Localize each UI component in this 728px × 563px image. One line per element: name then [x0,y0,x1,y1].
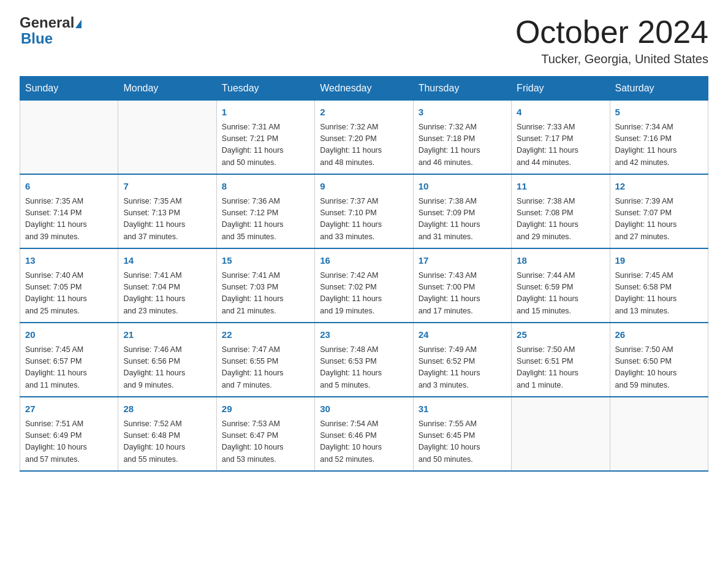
calendar-cell: 3Sunrise: 7:32 AM Sunset: 7:18 PM Daylig… [413,101,511,175]
day-info: Sunrise: 7:44 AM Sunset: 6:59 PM Dayligh… [517,270,604,318]
day-info: Sunrise: 7:46 AM Sunset: 6:56 PM Dayligh… [123,344,211,392]
day-info: Sunrise: 7:41 AM Sunset: 7:03 PM Dayligh… [222,270,309,318]
day-info: Sunrise: 7:53 AM Sunset: 6:47 PM Dayligh… [222,418,309,466]
day-number: 7 [123,180,211,194]
calendar-cell: 30Sunrise: 7:54 AM Sunset: 6:46 PM Dayli… [315,397,413,471]
day-number: 14 [123,254,211,268]
day-info: Sunrise: 7:47 AM Sunset: 6:55 PM Dayligh… [222,344,309,392]
calendar-cell: 19Sunrise: 7:45 AM Sunset: 6:58 PM Dayli… [610,248,708,323]
day-number: 25 [517,328,604,342]
day-number: 17 [419,254,506,268]
location-title: Tucker, Georgia, United States [515,52,708,66]
logo: General Blue [20,15,82,47]
day-info: Sunrise: 7:32 AM Sunset: 7:20 PM Dayligh… [320,121,408,169]
day-number: 2 [320,105,408,120]
weekday-header-thursday: Thursday [413,77,511,101]
calendar-week-2: 6Sunrise: 7:35 AM Sunset: 7:14 PM Daylig… [20,174,708,248]
day-info: Sunrise: 7:41 AM Sunset: 7:04 PM Dayligh… [123,270,211,318]
calendar-cell: 1Sunrise: 7:31 AM Sunset: 7:21 PM Daylig… [216,101,314,175]
day-info: Sunrise: 7:50 AM Sunset: 6:50 PM Dayligh… [615,344,703,392]
day-info: Sunrise: 7:40 AM Sunset: 7:05 PM Dayligh… [25,270,113,318]
calendar-cell: 21Sunrise: 7:46 AM Sunset: 6:56 PM Dayli… [118,323,216,397]
calendar-cell: 24Sunrise: 7:49 AM Sunset: 6:52 PM Dayli… [413,323,511,397]
logo-blue-text: Blue [21,30,53,47]
day-info: Sunrise: 7:55 AM Sunset: 6:45 PM Dayligh… [419,418,506,466]
day-info: Sunrise: 7:35 AM Sunset: 7:13 PM Dayligh… [123,196,211,243]
logo-general-text: General [20,14,74,31]
calendar-cell: 4Sunrise: 7:33 AM Sunset: 7:17 PM Daylig… [512,101,610,175]
calendar-cell: 16Sunrise: 7:42 AM Sunset: 7:02 PM Dayli… [315,248,413,323]
calendar-cell: 13Sunrise: 7:40 AM Sunset: 7:05 PM Dayli… [20,248,118,323]
day-number: 6 [25,180,113,194]
day-info: Sunrise: 7:32 AM Sunset: 7:18 PM Dayligh… [419,121,506,169]
day-info: Sunrise: 7:50 AM Sunset: 6:51 PM Dayligh… [517,344,604,392]
day-number: 23 [320,328,408,342]
day-number: 29 [222,402,309,416]
day-info: Sunrise: 7:39 AM Sunset: 7:07 PM Dayligh… [615,196,703,243]
calendar-cell [512,397,610,471]
calendar-cell [610,397,708,471]
day-number: 16 [320,254,408,268]
day-number: 15 [222,254,309,268]
day-number: 21 [123,328,211,342]
weekday-header-wednesday: Wednesday [315,77,413,101]
calendar-week-1: 1Sunrise: 7:31 AM Sunset: 7:21 PM Daylig… [20,101,708,175]
weekday-header-friday: Friday [512,77,610,101]
day-info: Sunrise: 7:45 AM Sunset: 6:58 PM Dayligh… [615,270,703,318]
calendar-cell: 7Sunrise: 7:35 AM Sunset: 7:13 PM Daylig… [118,174,216,248]
day-number: 9 [320,180,408,194]
calendar-cell: 8Sunrise: 7:36 AM Sunset: 7:12 PM Daylig… [216,174,314,248]
day-info: Sunrise: 7:52 AM Sunset: 6:48 PM Dayligh… [123,418,211,466]
weekday-header-monday: Monday [118,77,216,101]
day-info: Sunrise: 7:33 AM Sunset: 7:17 PM Dayligh… [517,121,604,169]
day-info: Sunrise: 7:51 AM Sunset: 6:49 PM Dayligh… [25,418,113,466]
day-info: Sunrise: 7:35 AM Sunset: 7:14 PM Dayligh… [25,196,113,243]
calendar-table: SundayMondayTuesdayWednesdayThursdayFrid… [20,76,708,472]
calendar-cell: 20Sunrise: 7:45 AM Sunset: 6:57 PM Dayli… [20,323,118,397]
day-number: 28 [123,402,211,416]
calendar-cell [118,101,216,175]
day-number: 20 [25,328,113,342]
day-info: Sunrise: 7:49 AM Sunset: 6:52 PM Dayligh… [419,344,506,392]
calendar-cell: 5Sunrise: 7:34 AM Sunset: 7:16 PM Daylig… [610,101,708,175]
day-info: Sunrise: 7:43 AM Sunset: 7:00 PM Dayligh… [419,270,506,318]
weekday-header-sunday: Sunday [20,77,118,101]
day-info: Sunrise: 7:31 AM Sunset: 7:21 PM Dayligh… [222,121,309,169]
calendar-cell: 14Sunrise: 7:41 AM Sunset: 7:04 PM Dayli… [118,248,216,323]
day-info: Sunrise: 7:37 AM Sunset: 7:10 PM Dayligh… [320,196,408,243]
day-info: Sunrise: 7:36 AM Sunset: 7:12 PM Dayligh… [222,196,309,243]
weekday-header-saturday: Saturday [610,77,708,101]
weekday-header-row: SundayMondayTuesdayWednesdayThursdayFrid… [20,77,708,101]
calendar-week-4: 20Sunrise: 7:45 AM Sunset: 6:57 PM Dayli… [20,323,708,397]
day-number: 1 [222,105,309,120]
day-number: 30 [320,402,408,416]
calendar-cell: 9Sunrise: 7:37 AM Sunset: 7:10 PM Daylig… [315,174,413,248]
day-info: Sunrise: 7:38 AM Sunset: 7:08 PM Dayligh… [517,196,604,243]
day-info: Sunrise: 7:45 AM Sunset: 6:57 PM Dayligh… [25,344,113,392]
calendar-cell: 18Sunrise: 7:44 AM Sunset: 6:59 PM Dayli… [512,248,610,323]
calendar-cell: 12Sunrise: 7:39 AM Sunset: 7:07 PM Dayli… [610,174,708,248]
day-number: 3 [419,105,506,120]
page-header: General Blue October 2024 Tucker, Georgi… [20,15,708,66]
calendar-cell: 22Sunrise: 7:47 AM Sunset: 6:55 PM Dayli… [216,323,314,397]
day-info: Sunrise: 7:42 AM Sunset: 7:02 PM Dayligh… [320,270,408,318]
calendar-cell [20,101,118,175]
day-number: 18 [517,254,604,268]
calendar-cell: 26Sunrise: 7:50 AM Sunset: 6:50 PM Dayli… [610,323,708,397]
calendar-cell: 28Sunrise: 7:52 AM Sunset: 6:48 PM Dayli… [118,397,216,471]
day-info: Sunrise: 7:54 AM Sunset: 6:46 PM Dayligh… [320,418,408,466]
logo-triangle-icon [75,20,82,28]
month-title: October 2024 [515,15,708,50]
calendar-cell: 15Sunrise: 7:41 AM Sunset: 7:03 PM Dayli… [216,248,314,323]
weekday-header-tuesday: Tuesday [216,77,314,101]
calendar-week-5: 27Sunrise: 7:51 AM Sunset: 6:49 PM Dayli… [20,397,708,471]
calendar-week-3: 13Sunrise: 7:40 AM Sunset: 7:05 PM Dayli… [20,248,708,323]
calendar-cell: 10Sunrise: 7:38 AM Sunset: 7:09 PM Dayli… [413,174,511,248]
calendar-cell: 31Sunrise: 7:55 AM Sunset: 6:45 PM Dayli… [413,397,511,471]
calendar-cell: 29Sunrise: 7:53 AM Sunset: 6:47 PM Dayli… [216,397,314,471]
day-number: 26 [615,328,703,342]
day-number: 10 [419,180,506,194]
day-number: 12 [615,180,703,194]
calendar-cell: 6Sunrise: 7:35 AM Sunset: 7:14 PM Daylig… [20,174,118,248]
day-info: Sunrise: 7:48 AM Sunset: 6:53 PM Dayligh… [320,344,408,392]
